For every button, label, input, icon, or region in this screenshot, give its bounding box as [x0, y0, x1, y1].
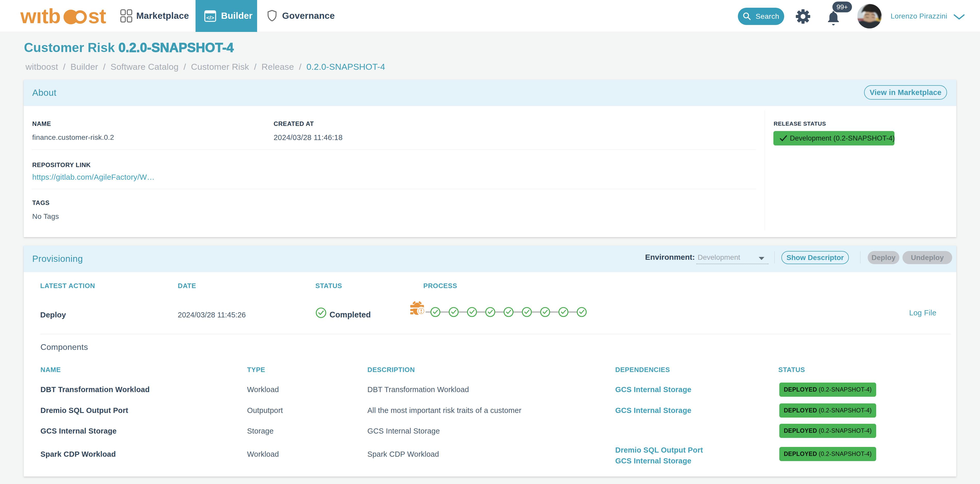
svg-text:</>: </> [206, 15, 214, 21]
svg-text:st: st [88, 5, 106, 27]
svg-text:wıtb: wıtb [20, 5, 60, 27]
